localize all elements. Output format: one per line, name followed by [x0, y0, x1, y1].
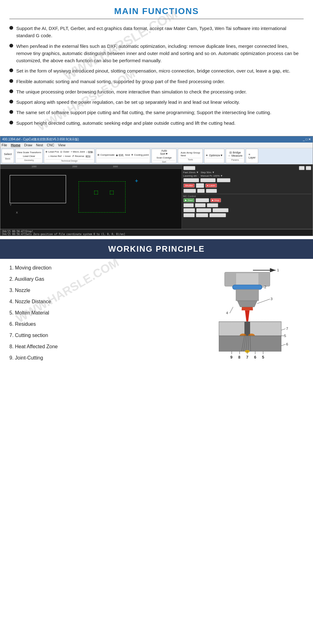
y-axis-label: Y	[10, 203, 12, 206]
ribbon-group-label-geometry: Geometry	[17, 158, 41, 161]
shape-small-1	[94, 191, 98, 194]
btn-jiaochu[interactable]: ↕ 较触	[86, 150, 93, 154]
speed-row: Fast 20m/s ▼ Step 50m ▼	[183, 171, 311, 174]
bullet-dot-6	[9, 100, 13, 103]
btn-seal[interactable]: Seal	[125, 153, 130, 157]
btn-outer[interactable]: ◎ Outer	[60, 150, 69, 154]
working-principle-diagram: 1 2 3 4	[191, 265, 304, 409]
btn-group[interactable]: Group	[193, 151, 200, 157]
btn-inner[interactable]: ○ Inner	[63, 155, 71, 158]
list-item: Set in the form of wysiwyg introduced pi…	[9, 67, 304, 74]
btn-guihua[interactable]: 规划	[85, 155, 90, 158]
menu-item-view[interactable]: View	[58, 143, 65, 147]
ribbon-group-tools: AutoNest Array Group Tools	[178, 149, 203, 163]
btn-laser[interactable]: ● Laser	[205, 184, 217, 188]
btn-micro-joint[interactable]: + Micro Joint	[71, 150, 85, 154]
main-functions-section: WWW.HARSLE.COM WWW.HARSLE.COM MAIN FUNCT…	[0, 0, 313, 133]
menu-item-file[interactable]: File	[2, 143, 7, 147]
btn-auto-nest[interactable]: AutoNest	[181, 151, 186, 157]
btn-set-record[interactable]: Set Record	[183, 178, 199, 182]
btn-zhuji[interactable]: ◉ 驻机	[116, 153, 124, 157]
menu-item-cnc[interactable]: CNC	[47, 143, 54, 147]
btn-sim[interactable]: ▷ Sim.	[195, 203, 206, 207]
bullet-dot-7	[9, 110, 13, 114]
btn-compensate[interactable]: ⊞ Compensate	[97, 153, 115, 157]
working-principle-list: 1. Moving direction 2. Auxiliary Gas 3. …	[9, 265, 185, 409]
btn-pause[interactable]: ⏸ Pause	[196, 198, 209, 202]
btn-frame[interactable]: Frame	[183, 203, 194, 207]
label-5-text: 5	[284, 334, 286, 338]
btn-clear[interactable]: Clear	[29, 155, 35, 158]
mc-control-label: MC Control	[183, 194, 311, 198]
btn-record-dd[interactable]: Record▼	[217, 178, 231, 182]
btn-loop[interactable]: ↻ Loop	[183, 208, 195, 212]
ribbon-layer[interactable]: ≡Layer	[249, 153, 256, 159]
btn-puff[interactable]: Puff	[197, 189, 205, 193]
bullet-text-1: Support the AI, DXF, PLT, Gerber, and ec…	[16, 25, 304, 39]
ribbon-group-label-params: Params	[227, 158, 243, 161]
btn-preview[interactable]: Preview	[183, 166, 195, 170]
horizontal-ruler: 1000 2000 3000	[0, 164, 182, 169]
control-arrows: ▲ ⚙	[299, 166, 311, 170]
bullet-text-2: When pen/lead in the external files such…	[16, 43, 304, 64]
btn-scale[interactable]: Scale	[23, 151, 29, 154]
btn-lead-pos[interactable]: ⊕ Lead Pos	[45, 150, 59, 154]
shape-green-rect	[79, 181, 126, 213]
btn-view[interactable]: View	[17, 151, 22, 154]
btn-back[interactable]: ◁ Back	[183, 213, 195, 217]
btn-pt-loc[interactable]: +0 Pt LOC	[196, 208, 211, 212]
list-item: Support the AI, DXF, PLT, Gerber, and ec…	[9, 25, 304, 39]
btn-go-record[interactable]: Go Record	[200, 178, 216, 182]
bottom-label-6: 6	[254, 355, 256, 359]
btn-pt-cont[interactable]: In Pt CONT	[213, 208, 228, 212]
diagram-svg: 1 2 3 4	[191, 265, 304, 384]
list-item: Flexible automatic sorting and manual so…	[9, 78, 304, 85]
btn-lead[interactable]: Lead	[23, 155, 28, 158]
ribbon-tools-btns: AutoNest Array Group	[181, 151, 200, 157]
menu-item-nest[interactable]: Nest	[36, 143, 43, 147]
btn-up[interactable]: ▲	[299, 166, 305, 170]
btn-reset[interactable]: 归光	[196, 183, 204, 188]
ribbon-group-compensate: ⊞ Compensate ◉ 驻机 Seal ❄ Cooling point	[96, 149, 150, 163]
ribbon-auto-sort[interactable]: AutoSort▼	[160, 149, 168, 155]
btn-reverse[interactable]: ↺ Reverse	[72, 155, 84, 158]
btn-follow[interactable]: ● Follow	[183, 189, 196, 193]
list-item: Support along with speed the power regul…	[9, 98, 304, 106]
bullet-dot-2	[9, 44, 13, 48]
crosshair: +	[135, 178, 138, 184]
cut-slot	[244, 322, 250, 336]
working-principle-body: WWW.HARSLE.COM 1. Moving direction 2. Au…	[0, 259, 313, 415]
btn-shutter[interactable]: Shutter	[183, 184, 195, 188]
ruler-mark-3000: 3000	[113, 165, 118, 168]
leader-7	[281, 329, 286, 330]
ribbon-bridge[interactable]: ⊟ Bridge↔ Measure	[228, 151, 243, 157]
btn-coedge[interactable]: Coedge	[163, 156, 172, 159]
frame-row: Frame ▷ Sim. Dry cut	[183, 203, 311, 208]
btn-array[interactable]: Array	[187, 151, 192, 157]
ribbon-comp-btns: ⊞ Compensate ◉ 驻机 Seal ❄ Cooling point	[97, 153, 149, 157]
bullet-text-5: The unique processing order browsing fun…	[16, 88, 304, 95]
btn-forward[interactable]: Forward	[196, 213, 208, 217]
wp-item-2: 2. Auxiliary Gas	[9, 276, 185, 282]
btn-home-ref[interactable]: ⌂ Home Ref	[48, 155, 62, 158]
bottom-label-9: 9	[230, 355, 233, 359]
bullet-dot-1	[9, 26, 13, 30]
ribbon-group-label-comp	[97, 158, 149, 158]
list-item: The same set of software support pipe cu…	[9, 109, 304, 116]
list-item: The unique processing order browsing fun…	[9, 88, 304, 95]
btn-transform[interactable]: Transform	[30, 151, 41, 154]
menu-item-home[interactable]: Home	[11, 143, 21, 147]
window-controls: _ □ ✕	[303, 138, 311, 141]
btn-return-zero[interactable]: Return Zero	[209, 213, 226, 217]
ribbon-optimize[interactable]: ✦ Optimize▼	[206, 154, 223, 157]
btn-gas-dd[interactable]: Gas ▼	[206, 189, 217, 193]
btn-dry-cut[interactable]: Dry cut	[207, 203, 218, 207]
btn-settings[interactable]: ⚙	[306, 166, 311, 170]
btn-cooling-point[interactable]: ❄ Cooling point	[131, 153, 149, 157]
menu-item-draw[interactable]: Draw	[24, 143, 32, 147]
btn-start[interactable]: ▶ Start	[183, 198, 194, 202]
btn-stop[interactable]: ■ Stop	[210, 198, 221, 202]
ribbon-select-label[interactable]: Select	[4, 153, 12, 156]
btn-scan[interactable]: Scan	[156, 156, 162, 159]
control-top: Preview ▲ ⚙	[183, 166, 311, 170]
